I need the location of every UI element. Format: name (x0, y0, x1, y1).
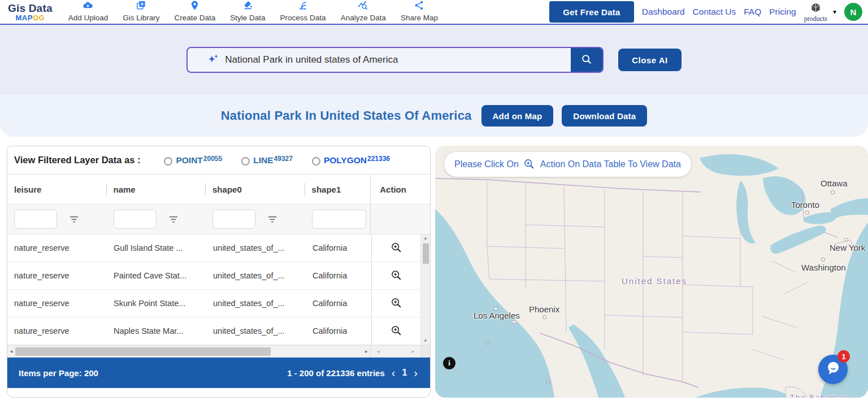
radio-circle-icon (241, 157, 250, 165)
nav-label: Analyze Data (341, 14, 386, 22)
nav-item-gis-library[interactable]: Gis Library (123, 0, 159, 22)
logo-text-gisdata: Gis Data (8, 3, 53, 14)
main-content: View Filtered Layer Data as : POINT20055… (0, 137, 868, 398)
filter-icon[interactable] (268, 216, 277, 223)
products-label: products (804, 15, 827, 22)
nav-item-share-map[interactable]: Share Map (401, 0, 438, 22)
zoom-to-feature-button[interactable] (390, 297, 403, 310)
map-panel[interactable]: Ottawa Toronto New York Washington Unite… (435, 146, 868, 398)
table-row[interactable]: nature_reserve Painted Cave Stat... unit… (7, 262, 430, 290)
radio-line[interactable]: LINE49327 (241, 155, 293, 165)
nav-link-pricing[interactable]: Pricing (769, 7, 796, 17)
prev-page-button[interactable]: ‹ (390, 367, 397, 378)
cell-shape0: united_states_of_... (206, 299, 306, 308)
column-header-shape0[interactable]: shape0 (206, 175, 305, 204)
zoom-plus-icon (523, 158, 536, 171)
chevron-down-icon[interactable]: ▾ (833, 8, 836, 16)
vertical-scrollbar[interactable]: ▲ ▼ (420, 234, 430, 345)
nav-item-style-data[interactable]: Style Data (230, 0, 265, 22)
scrollbar-corner (420, 346, 430, 358)
map-label-united-states: United States (622, 276, 687, 286)
table-row[interactable]: nature_reserve Gull Island State ... uni… (7, 234, 430, 262)
city-marker-icon (805, 211, 809, 215)
radio-polygon[interactable]: POLYGON221336 (312, 155, 390, 165)
table-pagination-bar: Items per Page: 200 1 - 200 of 221336 en… (7, 358, 430, 388)
nav-link-faq[interactable]: FAQ (744, 7, 761, 17)
nav-link-contact-us[interactable]: Contact Us (693, 7, 736, 17)
scroll-up-icon[interactable]: ▲ (423, 234, 428, 242)
map-hint-toast: Please Click On Action On Data Table To … (444, 152, 691, 177)
cell-name: Painted Cave Stat... (107, 271, 206, 280)
map-label-los-angeles: Los Angeles (474, 311, 520, 320)
logo-text-mapog: MAPOG (8, 14, 53, 21)
cell-leisure: nature_reserve (7, 326, 107, 335)
horizontal-scrollbar[interactable]: ◄ ► (7, 346, 370, 358)
filter-input-name[interactable] (114, 210, 157, 229)
ink-style-icon (242, 0, 253, 13)
info-icon[interactable]: i (443, 357, 455, 369)
table-row[interactable]: nature_reserve Skunk Point State... unit… (7, 290, 430, 317)
filter-input-shape0[interactable] (212, 210, 255, 229)
scroll-left-icon[interactable]: ◄ (374, 349, 382, 354)
close-ai-button[interactable]: Close AI (618, 49, 681, 71)
map-label-toronto: Toronto (791, 200, 819, 210)
scroll-left-icon[interactable]: ◄ (7, 349, 15, 354)
map-label-phoenix: Phoenix (529, 304, 559, 314)
column-header-shape1[interactable]: shape1 (305, 175, 371, 204)
filter-input-leisure[interactable] (14, 210, 57, 229)
get-free-data-button[interactable]: Get Free Data (549, 1, 633, 23)
cell-shape0: united_states_of_... (206, 326, 306, 335)
filtered-data-panel: View Filtered Layer Data as : POINT20055… (7, 146, 431, 398)
action-column-scrollbar[interactable]: ◄ ► (370, 346, 420, 358)
add-on-map-button[interactable]: Add on Map (481, 105, 554, 127)
scroll-right-icon[interactable]: ► (362, 349, 370, 354)
column-header-leisure[interactable]: leisure (7, 175, 107, 204)
filter-icon[interactable] (70, 216, 79, 223)
radio-point[interactable]: POINT20055 (164, 155, 222, 165)
column-header-name[interactable]: name (107, 175, 206, 204)
zoom-to-feature-button[interactable] (390, 325, 403, 337)
zoom-to-feature-button[interactable] (390, 269, 403, 282)
nav-link-dashboard[interactable]: Dashboard (642, 7, 685, 17)
products-menu[interactable]: products (804, 2, 827, 22)
vertical-scroll-thumb[interactable] (423, 243, 429, 264)
cell-name: Skunk Point State... (107, 299, 206, 308)
cell-leisure: nature_reserve (7, 271, 107, 280)
nav-item-add-upload[interactable]: Add Upload (68, 0, 108, 22)
filter-action-spacer (370, 204, 420, 234)
filter-icon[interactable] (169, 216, 178, 223)
nav-item-process-data[interactable]: Process Data (280, 0, 326, 22)
location-pin-icon (189, 0, 200, 13)
search-input[interactable] (225, 54, 571, 66)
app-logo[interactable]: Gis Data MAPOG (8, 3, 53, 21)
table-row[interactable]: nature_reserve Naples State Mar... unite… (7, 317, 430, 345)
cell-leisure: nature_reserve (7, 299, 107, 308)
city-marker-icon (821, 258, 825, 261)
page-title: National Park In United States Of Americ… (221, 108, 472, 123)
scroll-right-icon[interactable]: ► (409, 349, 417, 354)
cell-shape0: united_states_of_... (206, 271, 306, 280)
map-label-ottawa: Ottawa (821, 178, 848, 188)
radio-circle-icon (164, 157, 172, 165)
search-button[interactable] (571, 47, 602, 73)
nav-item-analyze-data[interactable]: Analyze Data (341, 0, 386, 22)
nav-label: Style Data (230, 14, 265, 22)
current-page-number[interactable]: 1 (402, 368, 407, 378)
cloud-upload-icon (83, 0, 93, 13)
next-page-button[interactable]: › (413, 367, 419, 378)
download-data-button[interactable]: Download Data (562, 105, 647, 127)
filter-input-shape1[interactable] (312, 210, 366, 229)
chat-notification-badge: 1 (837, 350, 850, 363)
horizontal-scroll-thumb[interactable] (15, 347, 271, 356)
hint-prefix: Please Click On (454, 159, 519, 169)
nav-label: Process Data (280, 14, 326, 22)
scroll-down-icon[interactable]: ▼ (423, 337, 428, 345)
ai-search-box (186, 47, 604, 73)
zoom-to-feature-button[interactable] (390, 242, 403, 254)
library-add-icon (136, 0, 146, 13)
branch-arrows-icon (298, 0, 309, 13)
search-icon (580, 53, 593, 67)
user-avatar[interactable]: N (844, 3, 862, 21)
chat-bubble-icon (824, 360, 841, 379)
nav-item-create-data[interactable]: Create Data (175, 0, 216, 22)
